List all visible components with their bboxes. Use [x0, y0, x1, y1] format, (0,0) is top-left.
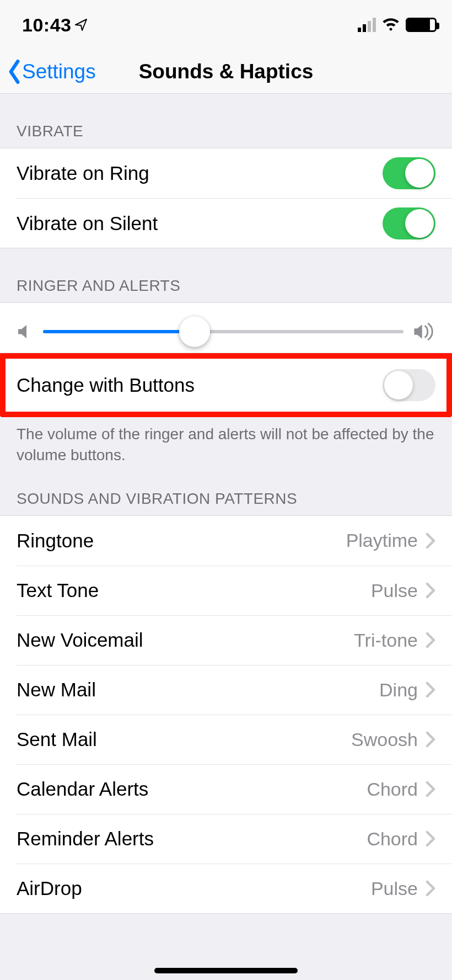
status-bar: 10:43	[0, 0, 452, 50]
row-airdrop[interactable]: AirDrop Pulse	[17, 864, 452, 913]
row-label: Ringtone	[17, 530, 346, 552]
section-header-vibrate: Vibrate	[0, 94, 452, 148]
row-sent-mail[interactable]: Sent Mail Swoosh	[17, 715, 452, 764]
row-value: Playtime	[346, 530, 418, 551]
row-value: Chord	[367, 779, 418, 800]
row-vibrate-on-ring[interactable]: Vibrate on Ring	[0, 148, 452, 198]
row-label: Calendar Alerts	[17, 778, 367, 800]
chevron-right-icon	[426, 681, 435, 698]
section-header-patterns: Sounds and Vibration Patterns	[0, 466, 452, 515]
status-time: 10:43	[22, 14, 71, 36]
row-value: Pulse	[371, 580, 418, 601]
row-value: Pulse	[371, 878, 418, 899]
back-button[interactable]: Settings	[0, 60, 96, 84]
row-new-mail[interactable]: New Mail Ding	[17, 665, 452, 715]
row-label: Sent Mail	[17, 728, 351, 750]
slider-fill	[43, 330, 195, 333]
row-value: Chord	[367, 828, 418, 850]
row-label: Reminder Alerts	[17, 828, 367, 850]
chevron-right-icon	[426, 632, 435, 648]
vibrate-list: Vibrate on Ring Vibrate on Silent	[0, 148, 452, 248]
location-icon	[74, 14, 88, 36]
row-value: Swoosh	[351, 729, 418, 750]
toggle-change-with-buttons[interactable]	[383, 369, 435, 401]
chevron-right-icon	[426, 880, 435, 897]
row-change-with-buttons[interactable]: Change with Buttons	[6, 359, 446, 412]
chevron-right-icon	[426, 582, 435, 599]
volume-high-icon	[413, 322, 435, 341]
section-footer-ringer: The volume of the ringer and alerts will…	[0, 417, 452, 466]
toggle-vibrate-on-silent[interactable]	[383, 207, 435, 239]
chevron-left-icon	[7, 60, 22, 84]
chevron-right-icon	[426, 830, 435, 847]
chevron-right-icon	[426, 731, 435, 748]
row-label: New Voicemail	[17, 629, 354, 651]
chevron-right-icon	[426, 781, 435, 797]
row-label: New Mail	[17, 679, 379, 701]
row-label: Vibrate on Silent	[17, 212, 383, 235]
toggle-vibrate-on-ring[interactable]	[383, 157, 435, 189]
row-label: Text Tone	[17, 579, 371, 601]
back-label: Settings	[22, 60, 96, 83]
volume-low-icon	[17, 323, 33, 340]
row-ringtone[interactable]: Ringtone Playtime	[0, 516, 452, 566]
nav-header: Settings Sounds & Haptics	[0, 50, 452, 94]
patterns-list: Ringtone Playtime Text Tone Pulse New Vo…	[0, 515, 452, 914]
row-reminder-alerts[interactable]: Reminder Alerts Chord	[17, 814, 452, 864]
home-indicator[interactable]	[154, 968, 298, 973]
row-text-tone[interactable]: Text Tone Pulse	[17, 566, 452, 615]
highlighted-change-with-buttons: Change with Buttons	[0, 353, 452, 417]
slider-thumb[interactable]	[179, 316, 210, 347]
chevron-right-icon	[426, 532, 435, 549]
row-calendar-alerts[interactable]: Calendar Alerts Chord	[17, 764, 452, 814]
wifi-icon	[381, 16, 400, 34]
row-volume-slider	[0, 302, 452, 353]
page-title: Sounds & Haptics	[139, 60, 314, 83]
volume-slider[interactable]	[43, 316, 403, 347]
row-new-voicemail[interactable]: New Voicemail Tri-tone	[17, 615, 452, 665]
section-header-ringer: Ringer and Alerts	[0, 248, 452, 302]
row-label: Vibrate on Ring	[17, 162, 383, 184]
battery-icon	[406, 18, 437, 32]
row-vibrate-on-silent[interactable]: Vibrate on Silent	[17, 198, 452, 248]
row-label: AirDrop	[17, 877, 371, 899]
row-label: Change with Buttons	[17, 374, 383, 396]
row-value: Tri-tone	[354, 630, 418, 651]
row-value: Ding	[379, 679, 418, 701]
cellular-icon	[358, 18, 376, 32]
status-left: 10:43	[22, 14, 88, 36]
status-right	[358, 16, 437, 34]
